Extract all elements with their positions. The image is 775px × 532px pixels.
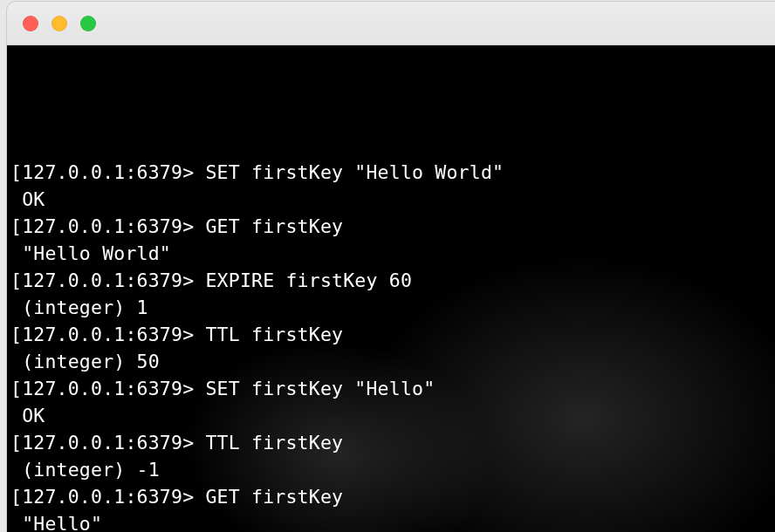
terminal-line: [127.0.0.1:6379> GET firstKey <box>10 213 772 240</box>
terminal-line: [127.0.0.1:6379> TTL firstKey <box>10 429 772 456</box>
minimize-icon[interactable] <box>51 16 67 31</box>
terminal-line: [127.0.0.1:6379> GET firstKey <box>10 483 772 510</box>
terminal-line: [127.0.0.1:6379> EXPIRE firstKey 60 <box>10 267 772 294</box>
terminal-line: [127.0.0.1:6379> SET firstKey "Hello" <box>10 375 772 402</box>
close-icon[interactable] <box>23 16 38 31</box>
maximize-icon[interactable] <box>80 16 96 31</box>
terminal-line: "Hello" <box>10 510 772 532</box>
terminal-line: OK <box>10 186 772 213</box>
terminal-line: (integer) 1 <box>10 294 772 321</box>
terminal-line: (integer) 50 <box>10 348 772 375</box>
terminal-line: (integer) -1 <box>10 456 772 483</box>
terminal-line: [127.0.0.1:6379> SET firstKey "Hello Wor… <box>10 159 772 186</box>
terminal-body[interactable]: [127.0.0.1:6379> SET firstKey "Hello Wor… <box>7 45 775 532</box>
terminal-line: [127.0.0.1:6379> TTL firstKey <box>10 321 772 348</box>
terminal-window: [127.0.0.1:6379> SET firstKey "Hello Wor… <box>7 2 775 532</box>
terminal-line: "Hello World" <box>10 240 772 267</box>
terminal-output: [127.0.0.1:6379> SET firstKey "Hello Wor… <box>10 159 772 532</box>
terminal-line: OK <box>10 402 772 429</box>
titlebar <box>7 2 775 45</box>
